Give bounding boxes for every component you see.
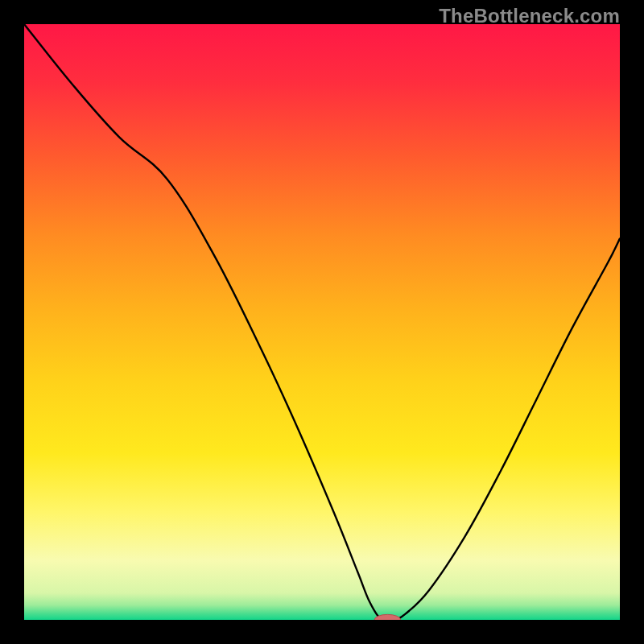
plot-area <box>24 24 620 620</box>
gradient-background <box>24 24 620 620</box>
chart-frame: TheBottleneck.com <box>0 0 644 644</box>
chart-svg <box>24 24 620 620</box>
